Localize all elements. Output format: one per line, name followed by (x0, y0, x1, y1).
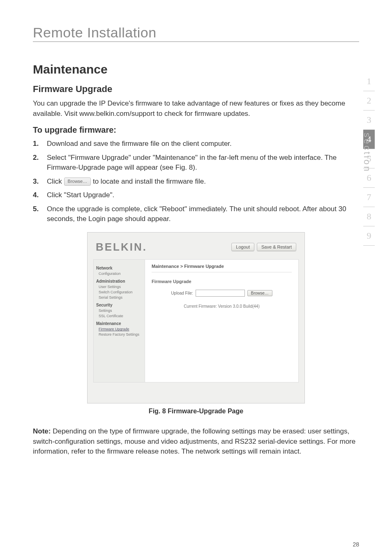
steps-list: Download and save the firmware file on t… (33, 139, 359, 224)
screenshot-header: BELKIN. Logout Save & Restart (93, 238, 299, 259)
screenshot: BELKIN. Logout Save & Restart Network Co… (87, 232, 305, 403)
firmware-version-text: Current Firmware: Version 3.0.0 Build(44… (152, 304, 292, 309)
upload-file-input[interactable] (196, 290, 245, 297)
browse-button[interactable]: Browse… (247, 290, 272, 296)
sidebar-item-configuration[interactable]: Configuration (96, 271, 142, 277)
note-body: Depending on the type of firmware upgrad… (33, 427, 355, 455)
section-tabs: 1 2 3 4 5 6 7 8 9 section (363, 72, 375, 246)
logout-button[interactable]: Logout (231, 243, 254, 251)
sidebar-item-restore-factory[interactable]: Restore Factory Settings (96, 332, 142, 337)
tab-8[interactable]: 8 (363, 207, 375, 226)
step-4: Click "Start Upgrade". (33, 190, 359, 200)
upload-row: Upload File: Browse… (152, 290, 292, 297)
sidebar-item-security-settings[interactable]: Settings (96, 308, 142, 313)
sidebar-item-ssl-cert[interactable]: SSL Certificate (96, 313, 142, 319)
save-restart-button[interactable]: Save & Restart (257, 243, 296, 251)
step-1: Download and save the firmware file on t… (33, 139, 359, 149)
step-3-text-a: Click (47, 177, 64, 185)
tab-1[interactable]: 1 (363, 72, 375, 91)
tab-3[interactable]: 3 (363, 111, 375, 130)
step-3-text-b: to locate and install the firmware file. (91, 177, 206, 185)
page-title: Remote Installation (33, 25, 359, 42)
note-text: Note: Depending on the type of firmware … (33, 426, 359, 457)
sidebar-item-user-settings[interactable]: User Settings (96, 284, 142, 290)
sidebar-item-network[interactable]: Network (96, 266, 142, 270)
note-label: Note: (33, 427, 51, 435)
sidebar-item-switch-config[interactable]: Switch Configuration (96, 290, 142, 295)
upgrade-steps-heading: To upgrade firmware: (33, 125, 359, 135)
tab-9[interactable]: 9 (363, 226, 375, 246)
figure-caption: Fig. 8 Firmware-Upgrade Page (33, 408, 359, 415)
page-number: 28 (353, 541, 359, 548)
belkin-logo: BELKIN. (96, 241, 147, 253)
sidebar: Network Configuration Administration Use… (94, 260, 145, 382)
browse-button-inline: Browse… (64, 177, 91, 185)
top-buttons: Logout Save & Restart (231, 243, 296, 251)
intro-text: You can upgrade the IP Device's firmware… (33, 99, 359, 119)
maintenance-heading: Maintenance (33, 62, 359, 76)
breadcrumb: Maintenance > Firmware Upgrade (152, 264, 292, 269)
step-3: Click Browse… to locate and install the … (33, 177, 359, 187)
sidebar-item-firmware-upgrade[interactable]: Firmware Upgrade (96, 327, 142, 332)
tab-2[interactable]: 2 (363, 91, 375, 111)
section-label: section (362, 133, 372, 173)
divider (152, 272, 292, 272)
firmware-upgrade-heading: Firmware Upgrade (33, 84, 359, 94)
step-5: Once the upgrade is complete, click "Reb… (33, 204, 359, 224)
screenshot-main: Maintenance > Firmware Upgrade Firmware … (145, 260, 298, 382)
screenshot-body: Network Configuration Administration Use… (93, 259, 299, 383)
upload-label: Upload File: (171, 291, 193, 295)
sidebar-item-security[interactable]: Security (96, 303, 142, 307)
sidebar-item-maintenance[interactable]: Maintenance (96, 321, 142, 326)
tab-7[interactable]: 7 (363, 188, 375, 207)
main-section-title: Firmware Upgrade (152, 279, 292, 284)
sidebar-item-administration[interactable]: Administration (96, 279, 142, 283)
sidebar-item-serial-settings[interactable]: Serial Settings (96, 295, 142, 300)
step-2: Select "Firmware Upgrade" under "Mainten… (33, 153, 359, 173)
